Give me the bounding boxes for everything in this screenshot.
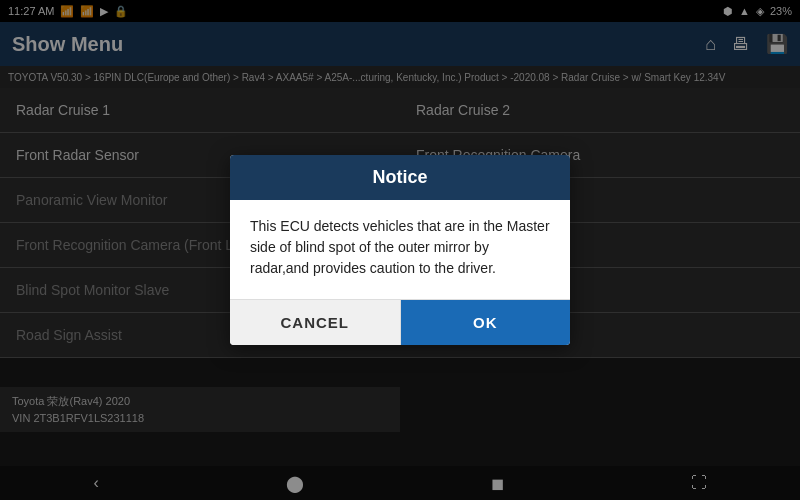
- dialog-body: This ECU detects vehicles that are in th…: [230, 200, 570, 299]
- cancel-button[interactable]: CANCEL: [230, 300, 401, 345]
- modal-overlay: Notice This ECU detects vehicles that ar…: [0, 0, 800, 500]
- ok-button[interactable]: OK: [401, 300, 571, 345]
- dialog-message: This ECU detects vehicles that are in th…: [250, 218, 550, 276]
- notice-dialog: Notice This ECU detects vehicles that ar…: [230, 155, 570, 345]
- dialog-header: Notice: [230, 155, 570, 200]
- dialog-footer: CANCEL OK: [230, 299, 570, 345]
- dialog-title: Notice: [372, 167, 427, 187]
